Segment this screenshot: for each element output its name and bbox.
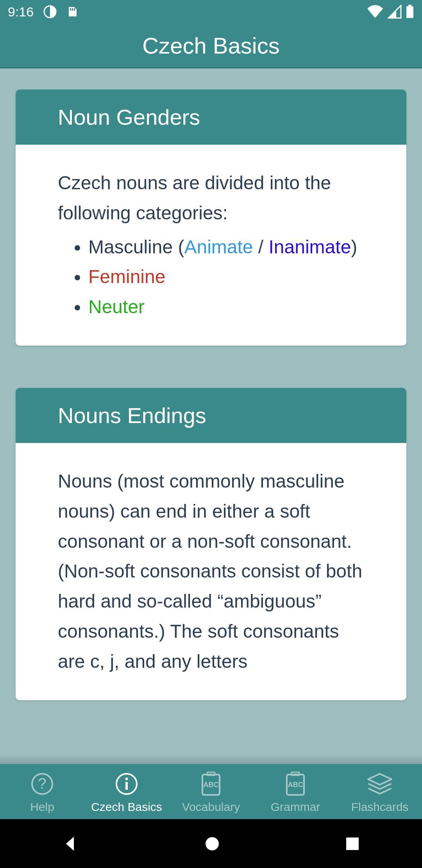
card-title: Nouns Endings bbox=[58, 403, 364, 428]
body-text: Nouns (most commonly masculine nouns) ca… bbox=[58, 466, 364, 677]
tab-label: Vocabulary bbox=[182, 800, 240, 814]
status-left: 9:16 bbox=[8, 4, 79, 20]
system-nav-bar bbox=[0, 819, 422, 868]
status-right bbox=[367, 5, 414, 19]
link-feminine[interactable]: Feminine bbox=[88, 266, 165, 287]
text: ) bbox=[351, 237, 357, 257]
intro-text: Czech nouns are divided into the followi… bbox=[58, 168, 364, 228]
svg-text:ABC: ABC bbox=[204, 781, 219, 789]
app-icon bbox=[43, 5, 57, 19]
list-item: Feminine bbox=[88, 262, 364, 292]
svg-rect-3 bbox=[74, 8, 75, 11]
card-body: Nouns (most commonly masculine nouns) ca… bbox=[16, 443, 406, 700]
svg-text:?: ? bbox=[38, 775, 46, 792]
link-animate[interactable]: Animate bbox=[184, 237, 253, 257]
link-inanimate[interactable]: Inanimate bbox=[269, 237, 351, 257]
tab-label: Flashcards bbox=[351, 800, 409, 814]
svg-rect-1 bbox=[70, 8, 71, 11]
list-item: Neuter bbox=[88, 292, 364, 322]
card-body: Czech nouns are divided into the followi… bbox=[16, 145, 406, 346]
battery-icon bbox=[406, 5, 414, 19]
svg-rect-2 bbox=[72, 8, 73, 11]
svg-rect-10 bbox=[125, 782, 128, 790]
link-neuter[interactable]: Neuter bbox=[88, 296, 145, 317]
svg-rect-5 bbox=[408, 5, 411, 7]
tab-help[interactable]: ? Help bbox=[0, 764, 84, 819]
tab-label: Help bbox=[30, 800, 54, 814]
svg-point-17 bbox=[206, 837, 219, 850]
status-bar: 9:16 bbox=[0, 0, 422, 23]
tab-label: Czech Basics bbox=[91, 800, 162, 814]
svg-point-9 bbox=[125, 777, 128, 780]
text: Masculine ( bbox=[88, 237, 184, 257]
card-noun-genders: Noun Genders Czech nouns are divided int… bbox=[16, 90, 406, 346]
nav-home-button[interactable] bbox=[203, 834, 222, 853]
help-icon: ? bbox=[30, 770, 54, 798]
card-header: Noun Genders bbox=[16, 90, 406, 145]
book-abc-icon: ABC bbox=[284, 770, 306, 798]
app-header: Czech Basics bbox=[0, 23, 422, 68]
content-area[interactable]: Noun Genders Czech nouns are divided int… bbox=[0, 68, 422, 764]
card-title: Noun Genders bbox=[58, 104, 364, 130]
tab-label: Grammar bbox=[271, 800, 320, 814]
status-time: 9:16 bbox=[8, 4, 34, 20]
tab-czech-basics[interactable]: Czech Basics bbox=[84, 764, 169, 819]
sd-card-icon bbox=[66, 5, 79, 18]
nav-back-button[interactable] bbox=[61, 834, 80, 853]
stack-icon bbox=[366, 770, 394, 798]
book-abc-icon: ABC bbox=[200, 770, 222, 798]
cell-signal-icon bbox=[388, 5, 402, 19]
tab-flashcards[interactable]: Flashcards bbox=[338, 764, 422, 819]
wifi-icon bbox=[367, 5, 384, 19]
tab-vocabulary[interactable]: ABC Vocabulary bbox=[169, 764, 253, 819]
nav-recent-button[interactable] bbox=[344, 836, 361, 852]
card-header: Nouns Endings bbox=[16, 388, 406, 443]
info-icon bbox=[115, 770, 138, 798]
tab-bar: ? Help Czech Basics ABC Vocabulary ABC G… bbox=[0, 764, 422, 819]
tab-grammar[interactable]: ABC Grammar bbox=[253, 764, 338, 819]
card-noun-endings: Nouns Endings Nouns (most commonly mascu… bbox=[16, 388, 406, 700]
gender-list: Masculine (Animate / Inanimate) Feminine… bbox=[58, 232, 364, 322]
svg-rect-18 bbox=[346, 838, 359, 850]
text: / bbox=[253, 237, 269, 257]
page-title: Czech Basics bbox=[142, 32, 279, 59]
svg-rect-4 bbox=[406, 6, 413, 18]
svg-text:ABC: ABC bbox=[288, 781, 303, 789]
list-item: Masculine (Animate / Inanimate) bbox=[88, 232, 364, 262]
